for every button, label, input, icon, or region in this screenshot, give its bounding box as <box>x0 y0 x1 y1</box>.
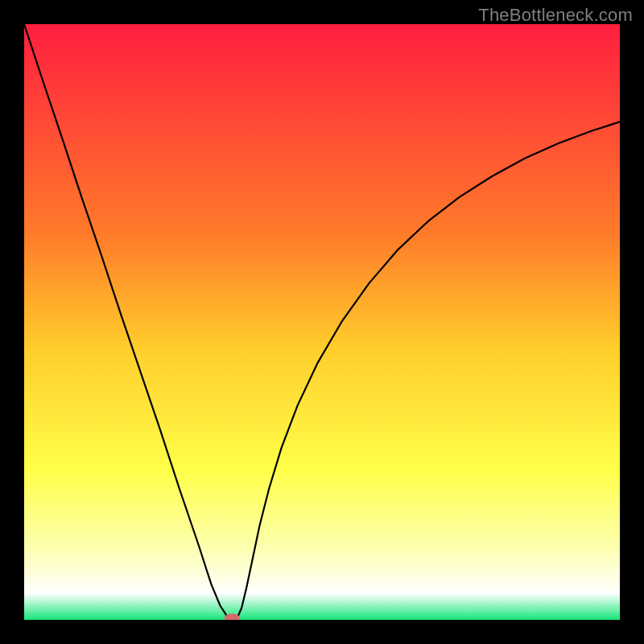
plot-area <box>24 24 620 620</box>
chart-svg <box>24 24 620 620</box>
chart-frame: TheBottleneck.com <box>0 0 644 644</box>
gradient-background <box>24 24 620 620</box>
watermark-text: TheBottleneck.com <box>478 5 633 26</box>
